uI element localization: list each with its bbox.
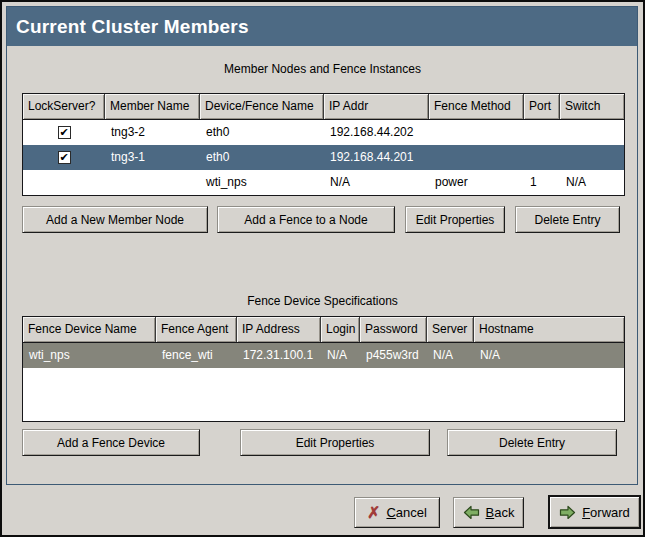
back-button[interactable]: Back <box>453 497 524 528</box>
port-cell <box>524 120 560 145</box>
column-header-port[interactable]: Port <box>524 94 560 119</box>
empty-table-area <box>23 368 624 421</box>
column-header-server[interactable]: Server <box>427 317 474 342</box>
cluster-config-dialog: Current Cluster Members Member Nodes and… <box>0 0 645 537</box>
member-name-cell <box>105 170 200 195</box>
cancel-button-label: Cancel <box>386 505 426 520</box>
port-cell <box>524 145 560 170</box>
delete-entry-button[interactable]: Delete Entry <box>447 429 617 456</box>
column-header-member-name[interactable]: Member Name <box>105 94 200 119</box>
switch-cell: N/A <box>560 170 624 195</box>
lockserver-checkbox[interactable]: ✔ <box>58 151 71 164</box>
forward-arrow-icon <box>559 505 576 520</box>
password-cell: p455w3rd <box>360 343 427 368</box>
column-header-ip-addr[interactable]: IP Addr <box>324 94 429 119</box>
fence-device-table: Fence Device Name Fence Agent IP Address… <box>22 316 625 422</box>
table-row[interactable]: ✔ tng3-2 eth0 192.168.44.202 <box>23 120 624 145</box>
cancel-x-icon: ✗ <box>367 505 380 521</box>
device-fence-name-cell: eth0 <box>200 145 324 170</box>
column-header-switch[interactable]: Switch <box>560 94 624 119</box>
lockserver-cell <box>23 170 105 195</box>
column-header-login[interactable]: Login <box>321 317 360 342</box>
cancel-button[interactable]: ✗ Cancel <box>354 497 440 528</box>
fence-method-cell: power <box>429 170 524 195</box>
lockserver-cell: ✔ <box>23 120 105 145</box>
add-fence-device-button[interactable]: Add a Fence Device <box>22 429 200 456</box>
table-row-selected[interactable]: wti_nps fence_wti 172.31.100.1 N/A p455w… <box>23 343 624 368</box>
table-row[interactable]: wti_nps N/A power 1 N/A <box>23 170 624 195</box>
lockserver-checkbox[interactable]: ✔ <box>58 126 71 139</box>
column-header-hostname[interactable]: Hostname <box>474 317 624 342</box>
switch-cell <box>560 120 624 145</box>
back-arrow-icon <box>463 505 480 520</box>
fence-device-name-cell: wti_nps <box>23 343 156 368</box>
forward-button[interactable]: Forward <box>548 495 641 529</box>
ip-addr-cell: 192.168.44.201 <box>324 145 429 170</box>
column-header-lockserver[interactable]: LockServer? <box>23 94 105 119</box>
edit-properties-button[interactable]: Edit Properties <box>405 206 505 233</box>
page-title: Current Cluster Members <box>7 16 249 38</box>
hostname-cell: N/A <box>474 343 624 368</box>
fence-table-header: Fence Device Name Fence Agent IP Address… <box>23 317 624 343</box>
ip-address-cell: 172.31.100.1 <box>237 343 321 368</box>
device-fence-name-cell: eth0 <box>200 120 324 145</box>
add-fence-to-node-button[interactable]: Add a Fence to a Node <box>217 206 395 233</box>
forward-button-label: Forward <box>582 505 630 520</box>
member-name-cell: tng3-2 <box>105 120 200 145</box>
fence-method-cell <box>429 145 524 170</box>
column-header-fence-agent[interactable]: Fence Agent <box>156 317 237 342</box>
member-table-header: LockServer? Member Name Device/Fence Nam… <box>23 94 624 120</box>
login-cell: N/A <box>321 343 360 368</box>
fence-method-cell <box>429 120 524 145</box>
server-cell: N/A <box>427 343 474 368</box>
device-fence-name-cell: wti_nps <box>200 170 324 195</box>
ip-addr-cell: 192.168.44.202 <box>324 120 429 145</box>
member-table: LockServer? Member Name Device/Fence Nam… <box>22 93 625 196</box>
ip-addr-cell: N/A <box>324 170 429 195</box>
back-button-label: Back <box>486 505 515 520</box>
column-header-fence-device-name[interactable]: Fence Device Name <box>23 317 156 342</box>
column-header-fence-method[interactable]: Fence Method <box>429 94 524 119</box>
add-member-node-button[interactable]: Add a New Member Node <box>22 206 208 233</box>
edit-properties-button[interactable]: Edit Properties <box>240 429 430 456</box>
port-cell: 1 <box>524 170 560 195</box>
column-header-ip-address[interactable]: IP Address <box>237 317 321 342</box>
member-name-cell: tng3-1 <box>105 145 200 170</box>
dialog-header: Current Cluster Members <box>7 7 637 46</box>
fence-agent-cell: fence_wti <box>156 343 237 368</box>
member-table-caption: Member Nodes and Fence Instances <box>2 62 643 76</box>
switch-cell <box>560 145 624 170</box>
column-header-password[interactable]: Password <box>360 317 427 342</box>
delete-entry-button[interactable]: Delete Entry <box>515 206 620 233</box>
column-header-device-fence-name[interactable]: Device/Fence Name <box>200 94 324 119</box>
lockserver-cell: ✔ <box>23 145 105 170</box>
table-row-selected[interactable]: ✔ tng3-1 eth0 192.168.44.201 <box>23 145 624 170</box>
fence-table-caption: Fence Device Specifications <box>2 294 643 308</box>
